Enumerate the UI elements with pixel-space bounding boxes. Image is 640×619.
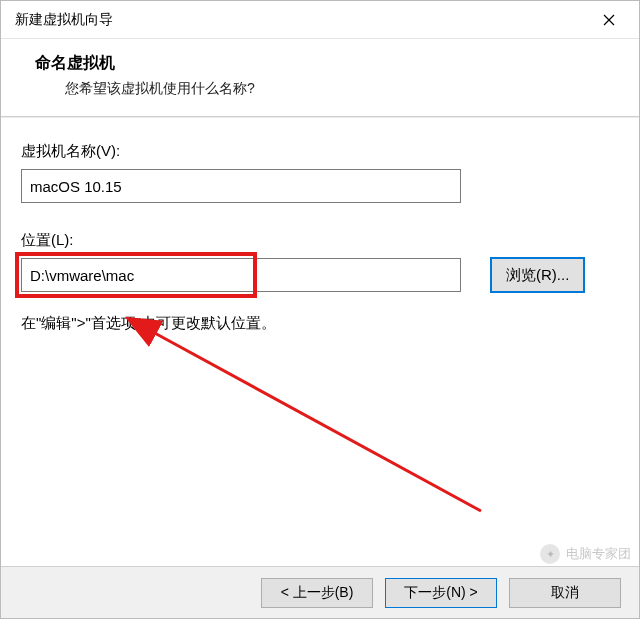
location-input-wrap — [21, 258, 461, 292]
vm-location-label: 位置(L): — [21, 231, 619, 250]
next-button[interactable]: 下一步(N) > — [385, 578, 497, 608]
wizard-header: 命名虚拟机 您希望该虚拟机使用什么名称? — [1, 39, 639, 116]
watermark-text: 电脑专家团 — [566, 545, 631, 563]
location-hint-text: 在"编辑">"首选项"中可更改默认位置。 — [21, 314, 619, 333]
svg-line-1 — [151, 331, 481, 511]
location-row: 浏览(R)... — [21, 258, 619, 292]
vm-name-label: 虚拟机名称(V): — [21, 142, 619, 161]
cancel-button[interactable]: 取消 — [509, 578, 621, 608]
wizard-step-subtitle: 您希望该虚拟机使用什么名称? — [65, 80, 619, 98]
wizard-footer: < 上一步(B) 下一步(N) > 取消 — [1, 566, 639, 618]
wechat-icon: ✦ — [540, 544, 560, 564]
window-title: 新建虚拟机向导 — [15, 11, 113, 29]
wizard-content: 虚拟机名称(V): 位置(L): 浏览(R)... 在"编辑">"首选项"中可更… — [1, 118, 639, 343]
back-button[interactable]: < 上一步(B) — [261, 578, 373, 608]
vm-name-input[interactable] — [21, 169, 461, 203]
wizard-window: 新建虚拟机向导 命名虚拟机 您希望该虚拟机使用什么名称? 虚拟机名称(V): 位… — [0, 0, 640, 619]
close-button[interactable] — [591, 1, 627, 38]
wizard-step-title: 命名虚拟机 — [35, 53, 619, 74]
vm-location-input[interactable] — [21, 258, 461, 292]
watermark: ✦ 电脑专家团 — [540, 544, 631, 564]
browse-button[interactable]: 浏览(R)... — [491, 258, 584, 292]
titlebar: 新建虚拟机向导 — [1, 1, 639, 39]
close-icon — [603, 14, 615, 26]
